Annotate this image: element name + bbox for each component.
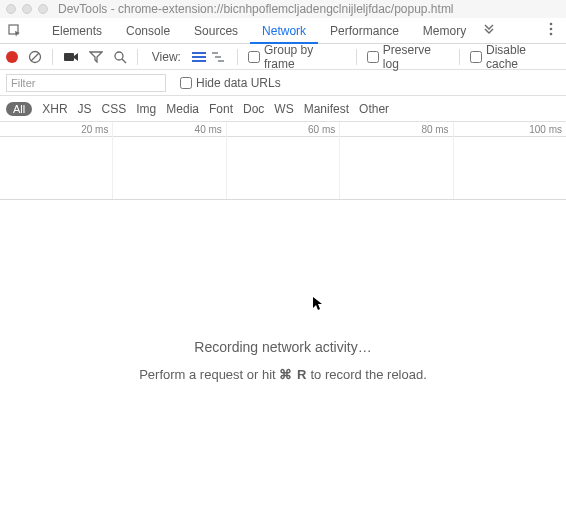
large-rows-button[interactable] bbox=[191, 50, 207, 64]
reload-hint: Perform a request or hit ⌘ R to record t… bbox=[139, 367, 427, 382]
svg-rect-12 bbox=[212, 52, 218, 54]
hide-data-urls-checkbox[interactable]: Hide data URLs bbox=[180, 76, 281, 90]
toolbar-divider bbox=[237, 49, 238, 65]
type-img[interactable]: Img bbox=[136, 102, 156, 116]
svg-rect-9 bbox=[192, 52, 206, 54]
preserve-log-label: Preserve log bbox=[383, 43, 449, 71]
svg-point-7 bbox=[115, 52, 123, 60]
clear-button[interactable] bbox=[28, 50, 42, 64]
timeline-tick: 60 ms bbox=[308, 124, 335, 135]
timeline-overview[interactable]: 20 ms 40 ms 60 ms 80 ms 100 ms bbox=[0, 122, 566, 200]
request-type-bar: All XHR JS CSS Img Media Font Doc WS Man… bbox=[0, 96, 566, 122]
toolbar-divider bbox=[137, 49, 138, 65]
hint-key: ⌘ R bbox=[279, 367, 307, 382]
devtools-tabbar: Elements Console Sources Network Perform… bbox=[0, 18, 566, 44]
network-toolbar: View: Group by frame Preserve log Disabl… bbox=[0, 44, 566, 70]
view-label: View: bbox=[152, 50, 181, 64]
view-toggle-group bbox=[191, 50, 227, 64]
minimize-window-icon[interactable] bbox=[22, 4, 32, 14]
timeline-tick: 80 ms bbox=[421, 124, 448, 135]
hint-prefix: Perform a request or hit bbox=[139, 367, 279, 382]
group-by-frame-checkbox[interactable]: Group by frame bbox=[248, 43, 346, 71]
waterfall-button[interactable] bbox=[211, 50, 227, 64]
type-ws[interactable]: WS bbox=[274, 102, 293, 116]
svg-point-3 bbox=[550, 33, 553, 36]
type-other[interactable]: Other bbox=[359, 102, 389, 116]
type-xhr[interactable]: XHR bbox=[42, 102, 67, 116]
type-media[interactable]: Media bbox=[166, 102, 199, 116]
tab-network[interactable]: Network bbox=[250, 18, 318, 44]
type-all[interactable]: All bbox=[6, 102, 32, 116]
filter-toggle-button[interactable] bbox=[89, 51, 103, 63]
svg-rect-11 bbox=[192, 60, 206, 62]
tab-performance[interactable]: Performance bbox=[318, 18, 411, 44]
zoom-window-icon[interactable] bbox=[38, 4, 48, 14]
more-tabs-button[interactable] bbox=[478, 23, 500, 38]
filter-input[interactable] bbox=[6, 74, 166, 92]
recording-message: Recording network activity… bbox=[194, 339, 371, 355]
screenshot-button[interactable] bbox=[63, 51, 79, 63]
traffic-lights bbox=[6, 4, 48, 14]
toolbar-divider bbox=[52, 49, 53, 65]
search-button[interactable] bbox=[113, 50, 127, 64]
tab-elements[interactable]: Elements bbox=[40, 18, 114, 44]
inspect-element-button[interactable] bbox=[4, 20, 26, 42]
preserve-log-checkbox[interactable]: Preserve log bbox=[367, 43, 449, 71]
tab-memory[interactable]: Memory bbox=[411, 18, 478, 44]
window-titlebar: DevTools - chrome-extension://bicnhpofle… bbox=[0, 0, 566, 18]
window-title: DevTools - chrome-extension://bicnhpofle… bbox=[58, 2, 454, 16]
hint-suffix: to record the reload. bbox=[307, 367, 427, 382]
svg-line-8 bbox=[122, 59, 126, 63]
disable-cache-label: Disable cache bbox=[486, 43, 560, 71]
type-css[interactable]: CSS bbox=[102, 102, 127, 116]
svg-point-1 bbox=[550, 23, 553, 26]
close-window-icon[interactable] bbox=[6, 4, 16, 14]
cursor-icon bbox=[312, 296, 324, 315]
toolbar-divider bbox=[459, 49, 460, 65]
timeline-tick: 40 ms bbox=[195, 124, 222, 135]
kebab-menu-button[interactable] bbox=[540, 22, 562, 39]
group-by-frame-label: Group by frame bbox=[264, 43, 346, 71]
filter-bar: Hide data URLs bbox=[0, 70, 566, 96]
type-manifest[interactable]: Manifest bbox=[304, 102, 349, 116]
network-content-empty: Recording network activity… Perform a re… bbox=[0, 200, 566, 520]
type-font[interactable]: Font bbox=[209, 102, 233, 116]
type-doc[interactable]: Doc bbox=[243, 102, 264, 116]
toolbar-divider bbox=[356, 49, 357, 65]
svg-line-5 bbox=[31, 53, 39, 61]
tab-console[interactable]: Console bbox=[114, 18, 182, 44]
svg-rect-10 bbox=[192, 56, 206, 58]
disable-cache-checkbox[interactable]: Disable cache bbox=[470, 43, 560, 71]
svg-rect-13 bbox=[215, 56, 221, 58]
hide-data-urls-label: Hide data URLs bbox=[196, 76, 281, 90]
svg-point-2 bbox=[550, 28, 553, 31]
timeline-tick: 20 ms bbox=[81, 124, 108, 135]
timeline-tick: 100 ms bbox=[529, 124, 562, 135]
tab-sources[interactable]: Sources bbox=[182, 18, 250, 44]
svg-rect-6 bbox=[64, 53, 74, 61]
type-js[interactable]: JS bbox=[78, 102, 92, 116]
svg-rect-14 bbox=[218, 60, 224, 62]
record-button[interactable] bbox=[6, 51, 18, 63]
